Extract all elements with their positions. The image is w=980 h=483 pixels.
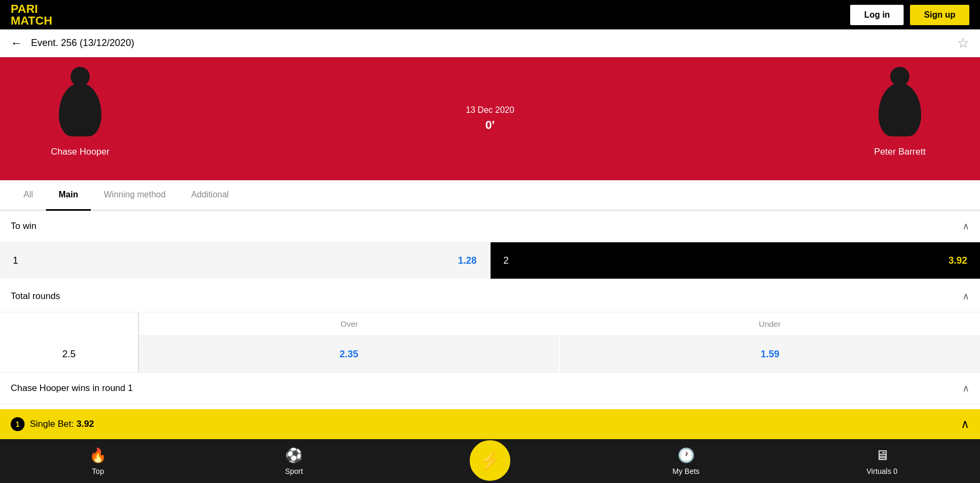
to-win-bets-row: 1 1.28 2 3.92: [0, 242, 980, 279]
nav-center[interactable]: ⚡: [392, 440, 588, 482]
match-date: 13 Dec 2020: [466, 105, 515, 115]
fighter2-avatar: [873, 80, 927, 139]
center-circle: ⚡: [470, 440, 510, 481]
match-center: 13 Dec 2020 0': [160, 105, 820, 132]
back-button[interactable]: ←: [11, 36, 22, 50]
bet-count-badge: 1: [11, 417, 25, 431]
totals-data-columns: Over Under: [139, 312, 980, 336]
header-buttons: Log in Sign up: [850, 5, 969, 25]
tab-additional[interactable]: Additional: [178, 180, 242, 211]
nav-my-bets-label: My Bets: [673, 467, 700, 476]
monitor-icon: 🖥: [875, 447, 889, 464]
total-rounds-chevron-icon: ∧: [962, 290, 969, 302]
tab-all[interactable]: All: [11, 180, 46, 211]
nav-top-label: Top: [92, 467, 104, 476]
fighter2: Peter Barrett: [820, 80, 980, 157]
fighter2-name: Peter Barrett: [874, 147, 925, 157]
totals-values-row: 2.35 1.59: [139, 336, 980, 372]
chase-section-chevron-icon: ∧: [962, 382, 969, 394]
nav-virtuals-label: Virtuals 0: [867, 467, 898, 476]
to-win-header: To win ∧: [0, 211, 980, 242]
total-rounds-section: Total rounds ∧ Over Under 2.5 2.35 1.59: [0, 281, 980, 372]
totals-value-label: 2.5: [0, 336, 139, 372]
nav-sport-label: Sport: [285, 467, 302, 476]
bet-1-odds: 1.28: [458, 255, 477, 266]
totals-row-label: [0, 312, 139, 336]
chase-section-title: Chase Hooper wins in round 1: [11, 383, 133, 394]
sub-header: ← Event. 256 (13/12/2020) ☆: [0, 29, 980, 57]
login-button[interactable]: Log in: [850, 5, 904, 25]
totals-under-header: Under: [559, 312, 980, 335]
fighter1: Chase Hooper: [0, 80, 160, 157]
tab-main[interactable]: Main: [46, 180, 91, 211]
fire-icon: 🔥: [89, 447, 106, 464]
single-bet-chevron-icon: ∧: [961, 417, 969, 431]
hero-section: Chase Hooper 13 Dec 2020 0' Peter Barret…: [0, 57, 980, 180]
lightning-icon: ⚡: [479, 450, 501, 471]
chase-section-header: Chase Hooper wins in round 1 ∧: [0, 373, 980, 404]
logo-pari: PARI: [11, 3, 52, 15]
fighter2-silhouette: [878, 83, 921, 136]
single-bet-text: Single Bet: 3.92: [30, 419, 94, 430]
totals-grid: Over Under: [0, 312, 980, 336]
totals-over-header: Over: [139, 312, 559, 335]
single-bet-content: 1 Single Bet: 3.92: [11, 417, 94, 431]
totals-under-cell[interactable]: 1.59: [560, 336, 980, 372]
match-time: 0': [485, 118, 494, 132]
logo-match: MATCH: [11, 15, 52, 27]
single-bet-bar[interactable]: 1 Single Bet: 3.92 ∧: [0, 409, 980, 439]
clock-icon: 🕐: [678, 447, 695, 464]
bet-2-label: 2: [503, 255, 509, 266]
nav-top[interactable]: 🔥 Top: [0, 447, 196, 476]
favorite-button[interactable]: ☆: [957, 35, 969, 51]
totals-over-cell[interactable]: 2.35: [139, 336, 560, 372]
tabs-bar: All Main Winning method Additional: [0, 180, 980, 211]
fighter1-avatar: [53, 80, 107, 139]
bottom-nav: 🔥 Top ⚽ Sport ⚡ 🕐 My Bets 🖥 Virtuals 0: [0, 439, 980, 483]
logo: PARI MATCH: [11, 3, 52, 27]
totals-header-row: Over Under: [139, 312, 980, 336]
bet-2-cell[interactable]: 2 3.92: [491, 242, 980, 279]
to-win-title: To win: [11, 221, 36, 232]
to-win-chevron-icon: ∧: [962, 220, 969, 232]
fighter1-name: Chase Hooper: [51, 147, 110, 157]
tab-winning-method[interactable]: Winning method: [91, 180, 178, 211]
nav-sport[interactable]: ⚽ Sport: [196, 447, 392, 476]
sport-icon: ⚽: [285, 447, 302, 464]
to-win-section: To win ∧ 1 1.28 2 3.92: [0, 211, 980, 279]
totals-values-grid: 2.5 2.35 1.59: [0, 336, 980, 372]
total-rounds-title: Total rounds: [11, 291, 60, 302]
total-rounds-value: 2.5: [62, 349, 75, 360]
chase-section: Chase Hooper wins in round 1 ∧: [0, 372, 980, 404]
bet-1-label: 1: [13, 255, 18, 266]
header: PARI MATCH Log in Sign up: [0, 0, 980, 29]
total-rounds-header: Total rounds ∧: [0, 281, 980, 312]
signup-button[interactable]: Sign up: [910, 5, 969, 25]
nav-virtuals[interactable]: 🖥 Virtuals 0: [784, 447, 980, 476]
nav-my-bets[interactable]: 🕐 My Bets: [588, 447, 784, 476]
bet-2-odds: 3.92: [948, 255, 967, 266]
event-title: Event. 256 (13/12/2020): [31, 37, 134, 49]
fighter1-silhouette: [59, 83, 102, 136]
bet-1-cell[interactable]: 1 1.28: [0, 242, 491, 279]
